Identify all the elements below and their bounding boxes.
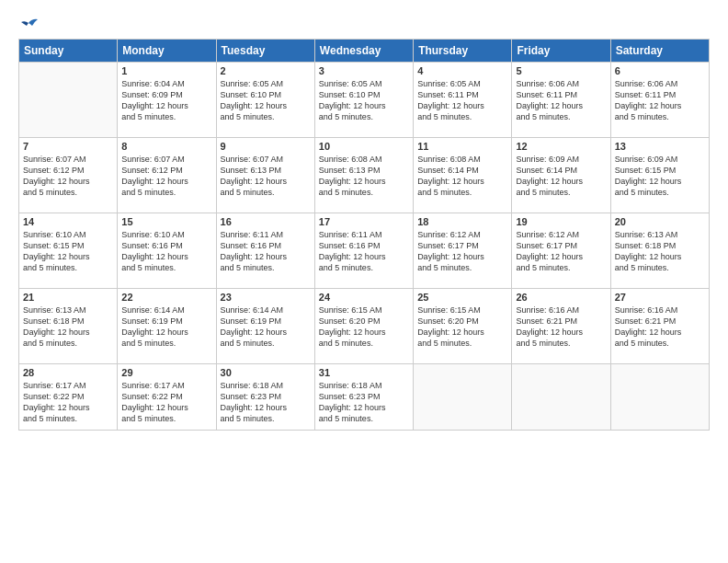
day-number: 18: [417, 216, 507, 227]
calendar-cell: 2Sunrise: 6:05 AMSunset: 6:10 PMDaylight…: [216, 63, 314, 138]
calendar-week-1: 1Sunrise: 6:04 AMSunset: 6:09 PMDaylight…: [19, 63, 710, 138]
day-info: Sunrise: 6:10 AMSunset: 6:15 PMDaylight:…: [23, 229, 113, 274]
day-info: Sunrise: 6:12 AMSunset: 6:17 PMDaylight:…: [417, 229, 507, 274]
day-number: 24: [319, 292, 409, 303]
day-info: Sunrise: 6:05 AMSunset: 6:10 PMDaylight:…: [221, 78, 311, 123]
day-info: Sunrise: 6:17 AMSunset: 6:22 PMDaylight:…: [23, 380, 113, 425]
calendar-cell: 29Sunrise: 6:17 AMSunset: 6:22 PMDayligh…: [118, 364, 216, 431]
calendar-cell: 30Sunrise: 6:18 AMSunset: 6:23 PMDayligh…: [216, 364, 314, 431]
day-info: Sunrise: 6:14 AMSunset: 6:19 PMDaylight:…: [121, 304, 211, 350]
calendar-cell: 3Sunrise: 6:05 AMSunset: 6:10 PMDaylight…: [314, 63, 413, 138]
day-number: 16: [221, 216, 311, 227]
calendar-cell: 15Sunrise: 6:10 AMSunset: 6:16 PMDayligh…: [118, 213, 216, 289]
day-number: 26: [516, 292, 606, 303]
calendar-cell: 10Sunrise: 6:08 AMSunset: 6:13 PMDayligh…: [314, 138, 413, 213]
calendar-cell: 12Sunrise: 6:09 AMSunset: 6:14 PMDayligh…: [512, 138, 610, 213]
calendar-cell: [610, 364, 709, 431]
day-number: 27: [615, 292, 705, 303]
day-number: 22: [121, 292, 211, 303]
day-info: Sunrise: 6:09 AMSunset: 6:14 PMDaylight:…: [516, 154, 606, 199]
day-info: Sunrise: 6:07 AMSunset: 6:13 PMDaylight:…: [221, 154, 311, 199]
calendar-cell: 4Sunrise: 6:05 AMSunset: 6:11 PMDaylight…: [414, 63, 512, 138]
day-number: 19: [516, 216, 606, 227]
day-info: Sunrise: 6:04 AMSunset: 6:09 PMDaylight:…: [121, 78, 211, 123]
calendar-cell: 13Sunrise: 6:09 AMSunset: 6:15 PMDayligh…: [610, 138, 709, 213]
calendar-week-2: 7Sunrise: 6:07 AMSunset: 6:12 PMDaylight…: [19, 138, 710, 213]
day-number: 20: [615, 216, 705, 227]
calendar-header-tuesday: Tuesday: [216, 40, 314, 63]
calendar-cell: [512, 364, 610, 431]
day-number: 17: [319, 216, 409, 227]
calendar-cell: 25Sunrise: 6:15 AMSunset: 6:20 PMDayligh…: [414, 289, 512, 364]
calendar-cell: 27Sunrise: 6:16 AMSunset: 6:21 PMDayligh…: [610, 289, 709, 364]
day-number: 30: [221, 367, 311, 378]
calendar-week-5: 28Sunrise: 6:17 AMSunset: 6:22 PMDayligh…: [19, 364, 710, 431]
calendar-cell: [19, 63, 118, 138]
day-number: 10: [319, 141, 409, 152]
day-info: Sunrise: 6:05 AMSunset: 6:11 PMDaylight:…: [417, 78, 507, 123]
day-info: Sunrise: 6:06 AMSunset: 6:11 PMDaylight:…: [516, 78, 606, 123]
day-info: Sunrise: 6:06 AMSunset: 6:11 PMDaylight:…: [615, 78, 705, 123]
calendar-header-wednesday: Wednesday: [314, 40, 413, 63]
day-number: 15: [121, 216, 211, 227]
day-number: 1: [121, 65, 211, 76]
calendar-header-friday: Friday: [512, 40, 610, 63]
day-number: 11: [417, 141, 507, 152]
day-info: Sunrise: 6:16 AMSunset: 6:21 PMDaylight:…: [516, 304, 606, 350]
calendar-header-row: SundayMondayTuesdayWednesdayThursdayFrid…: [19, 40, 710, 63]
header: [18, 17, 710, 29]
day-number: 29: [121, 367, 211, 378]
day-info: Sunrise: 6:07 AMSunset: 6:12 PMDaylight:…: [23, 154, 113, 199]
calendar-week-4: 21Sunrise: 6:13 AMSunset: 6:18 PMDayligh…: [19, 289, 710, 364]
calendar-cell: 11Sunrise: 6:08 AMSunset: 6:14 PMDayligh…: [414, 138, 512, 213]
day-number: 6: [615, 65, 705, 76]
day-info: Sunrise: 6:05 AMSunset: 6:10 PMDaylight:…: [319, 78, 409, 123]
calendar-cell: 1Sunrise: 6:04 AMSunset: 6:09 PMDaylight…: [118, 63, 216, 138]
day-info: Sunrise: 6:15 AMSunset: 6:20 PMDaylight:…: [319, 304, 409, 350]
calendar-cell: 24Sunrise: 6:15 AMSunset: 6:20 PMDayligh…: [314, 289, 413, 364]
calendar-cell: 31Sunrise: 6:18 AMSunset: 6:23 PMDayligh…: [314, 364, 413, 431]
day-number: 2: [221, 65, 311, 76]
logo: [18, 17, 38, 29]
day-info: Sunrise: 6:14 AMSunset: 6:19 PMDaylight:…: [221, 304, 311, 350]
day-number: 3: [319, 65, 409, 76]
calendar-cell: 21Sunrise: 6:13 AMSunset: 6:18 PMDayligh…: [19, 289, 118, 364]
day-info: Sunrise: 6:17 AMSunset: 6:22 PMDaylight:…: [121, 380, 211, 425]
day-number: 21: [23, 292, 113, 303]
calendar-cell: 23Sunrise: 6:14 AMSunset: 6:19 PMDayligh…: [216, 289, 314, 364]
day-number: 9: [221, 141, 311, 152]
calendar-header-thursday: Thursday: [414, 40, 512, 63]
day-number: 14: [23, 216, 113, 227]
calendar-cell: 28Sunrise: 6:17 AMSunset: 6:22 PMDayligh…: [19, 364, 118, 431]
calendar-cell: 18Sunrise: 6:12 AMSunset: 6:17 PMDayligh…: [414, 213, 512, 289]
calendar-cell: 20Sunrise: 6:13 AMSunset: 6:18 PMDayligh…: [610, 213, 709, 289]
day-number: 23: [221, 292, 311, 303]
calendar-cell: 6Sunrise: 6:06 AMSunset: 6:11 PMDaylight…: [610, 63, 709, 138]
calendar-cell: 7Sunrise: 6:07 AMSunset: 6:12 PMDaylight…: [19, 138, 118, 213]
page: SundayMondayTuesdayWednesdayThursdayFrid…: [0, 0, 728, 563]
calendar-cell: 19Sunrise: 6:12 AMSunset: 6:17 PMDayligh…: [512, 213, 610, 289]
calendar-cell: 14Sunrise: 6:10 AMSunset: 6:15 PMDayligh…: [19, 213, 118, 289]
day-info: Sunrise: 6:15 AMSunset: 6:20 PMDaylight:…: [417, 304, 507, 350]
day-info: Sunrise: 6:18 AMSunset: 6:23 PMDaylight:…: [319, 380, 409, 425]
calendar-cell: 16Sunrise: 6:11 AMSunset: 6:16 PMDayligh…: [216, 213, 314, 289]
calendar-cell: 8Sunrise: 6:07 AMSunset: 6:12 PMDaylight…: [118, 138, 216, 213]
calendar-cell: 5Sunrise: 6:06 AMSunset: 6:11 PMDaylight…: [512, 63, 610, 138]
day-number: 4: [417, 65, 507, 76]
day-number: 25: [417, 292, 507, 303]
day-number: 12: [516, 141, 606, 152]
day-number: 31: [319, 367, 409, 378]
day-number: 7: [23, 141, 113, 152]
day-info: Sunrise: 6:12 AMSunset: 6:17 PMDaylight:…: [516, 229, 606, 274]
day-info: Sunrise: 6:10 AMSunset: 6:16 PMDaylight:…: [121, 229, 211, 274]
day-info: Sunrise: 6:13 AMSunset: 6:18 PMDaylight:…: [615, 229, 705, 274]
day-info: Sunrise: 6:13 AMSunset: 6:18 PMDaylight:…: [23, 304, 113, 350]
day-number: 5: [516, 65, 606, 76]
calendar-week-3: 14Sunrise: 6:10 AMSunset: 6:15 PMDayligh…: [19, 213, 710, 289]
day-info: Sunrise: 6:11 AMSunset: 6:16 PMDaylight:…: [221, 229, 311, 274]
day-number: 28: [23, 367, 113, 378]
day-number: 8: [121, 141, 211, 152]
calendar-cell: 17Sunrise: 6:11 AMSunset: 6:16 PMDayligh…: [314, 213, 413, 289]
day-info: Sunrise: 6:08 AMSunset: 6:13 PMDaylight:…: [319, 154, 409, 199]
day-info: Sunrise: 6:08 AMSunset: 6:14 PMDaylight:…: [417, 154, 507, 199]
